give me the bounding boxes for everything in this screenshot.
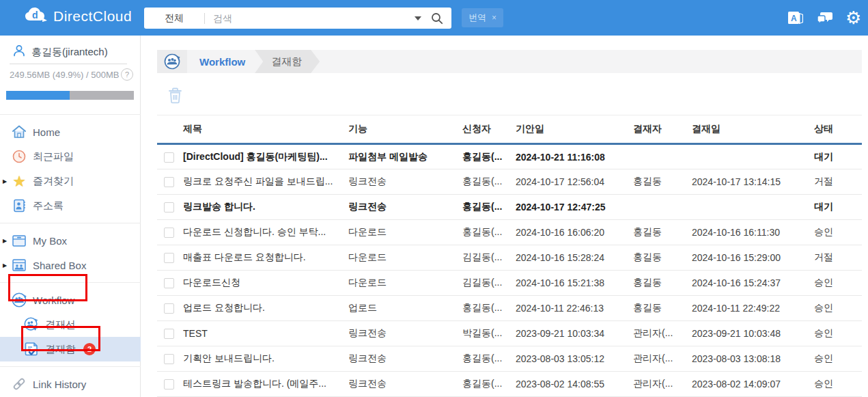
row-title[interactable]: [DirectCloud] 홍길동(마케팅팀)... bbox=[183, 144, 348, 169]
delete-button[interactable] bbox=[167, 86, 184, 107]
search-dropdown-caret-icon[interactable] bbox=[415, 16, 421, 20]
row-checkbox[interactable] bbox=[164, 354, 174, 364]
chat-icon[interactable] bbox=[817, 0, 834, 36]
table-row[interactable]: 기획안 보내드립니다. 링크전송 홍길동(... 2023-08-03 13:0… bbox=[157, 346, 862, 372]
expander-arrow-icon[interactable]: ▶ bbox=[3, 262, 7, 269]
divider bbox=[0, 223, 141, 223]
sidebar-item-link-history[interactable]: Link History bbox=[0, 372, 141, 396]
directcloud-logo[interactable]: d DirectCloud bbox=[25, 7, 132, 26]
row-title[interactable]: 다운로드 신청합니다. 승인 부탁... bbox=[183, 220, 348, 245]
row-draft-date: 2024-10-17 12:47:25 bbox=[516, 195, 633, 220]
sidebar-item-label: Link History bbox=[33, 379, 86, 390]
row-checkbox[interactable] bbox=[164, 152, 174, 163]
expander-arrow-icon[interactable]: ▶ bbox=[3, 178, 7, 184]
table-row[interactable]: 테스트링크 발송합니다. (메일주... 링크전송 홍길동(... 2023-0… bbox=[157, 372, 862, 397]
row-checkbox[interactable] bbox=[164, 253, 174, 263]
row-approval-date bbox=[692, 195, 785, 220]
row-approval-date: 2024-10-16 16:11:30 bbox=[692, 220, 785, 245]
translate-app-icon[interactable]: A bbox=[787, 0, 804, 36]
col-header-approval-date[interactable]: 결재일 bbox=[692, 115, 785, 144]
table-row[interactable]: 링크발송 합니다. 링크전송 홍길동(... 2024-10-17 12:47:… bbox=[157, 195, 862, 220]
box-icon bbox=[11, 232, 27, 249]
row-function: 링크전송 bbox=[348, 321, 462, 346]
row-function: 링크전송 bbox=[348, 195, 462, 220]
search-input[interactable] bbox=[205, 13, 415, 24]
home-icon bbox=[11, 124, 27, 140]
breadcrumb-root[interactable]: Workflow bbox=[199, 56, 245, 68]
row-checkbox[interactable] bbox=[164, 177, 174, 187]
row-title[interactable]: 링크로 요청주신 파일을 보내드립... bbox=[183, 169, 348, 195]
col-header-function[interactable]: 기능 bbox=[348, 115, 462, 144]
row-title[interactable]: 테스트링크 발송합니다. (메일주... bbox=[183, 372, 348, 397]
col-header-requester[interactable]: 신청자 bbox=[462, 115, 516, 144]
row-draft-date: 2023-09-21 10:03:34 bbox=[516, 321, 633, 346]
search-filter-tag[interactable]: 번역 × bbox=[462, 8, 503, 27]
divider bbox=[0, 114, 141, 115]
sidebar-item-favorites[interactable]: ▶ ★ 즐겨찾기 bbox=[0, 169, 141, 193]
row-approver: 홍길동 bbox=[633, 245, 692, 271]
row-title[interactable]: 링크발송 합니다. bbox=[183, 195, 348, 220]
row-approver: 관리자(... bbox=[633, 372, 692, 397]
table-row[interactable]: 다운로드 신청합니다. 승인 부탁... 다운로드 홍길동(... 2024-1… bbox=[157, 220, 862, 245]
row-approval-date bbox=[692, 144, 785, 169]
row-title[interactable]: 기획안 보내드립니다. bbox=[183, 346, 348, 372]
row-checkbox[interactable] bbox=[164, 329, 174, 339]
row-checkbox[interactable] bbox=[164, 202, 174, 213]
table-row[interactable]: 매출표 다운로드 요청합니다. 다운로드 김길동(... 2024-10-16 … bbox=[157, 245, 862, 271]
col-header-title[interactable]: 제목 bbox=[183, 115, 348, 144]
sidebar-item-my-box[interactable]: ▶ My Box bbox=[0, 228, 141, 253]
header-checkbox-spacer bbox=[157, 115, 183, 144]
col-header-approver[interactable]: 결재자 bbox=[633, 115, 692, 144]
table-row[interactable]: [DirectCloud] 홍길동(마케팅팀)... 파일첨부 메일발송 홍길동… bbox=[157, 144, 862, 169]
table-row[interactable]: 업로드 요청합니다. 업로드 홍길동(... 2024-10-11 22:46:… bbox=[157, 296, 862, 321]
row-checkbox[interactable] bbox=[164, 303, 174, 314]
breadcrumb-workflow-icon bbox=[157, 50, 187, 73]
table-row[interactable]: 링크로 요청주신 파일을 보내드립... 링크전송 홍길동(... 2024-1… bbox=[157, 169, 862, 195]
table-row[interactable]: 다운로드신청 다운로드 김길동(... 2024-10-16 15:21:38 … bbox=[157, 271, 862, 296]
row-approval-date: 2024-10-17 13:14:15 bbox=[692, 169, 785, 195]
storage-progress-bar bbox=[6, 91, 134, 100]
table-row[interactable]: TEST 링크전송 박길동(... 2023-09-21 10:03:34 관리… bbox=[157, 321, 862, 346]
row-checkbox-cell bbox=[157, 195, 183, 220]
search-icon[interactable] bbox=[431, 12, 443, 25]
row-status: 거절 bbox=[785, 169, 862, 195]
breadcrumb: Workflow 결재함 bbox=[157, 50, 862, 73]
storage-help-icon[interactable]: ? bbox=[121, 68, 133, 81]
row-function: 링크전송 bbox=[348, 372, 462, 397]
col-header-status[interactable]: 상태 bbox=[785, 115, 862, 144]
row-title[interactable]: 매출표 다운로드 요청합니다. bbox=[183, 245, 348, 271]
row-checkbox-cell bbox=[157, 372, 183, 397]
expander-arrow-icon[interactable]: ▶ bbox=[3, 238, 7, 244]
col-header-draft-date[interactable]: 기안일 bbox=[516, 115, 633, 144]
row-approval-date: 2023-09-21 10:03:48 bbox=[692, 321, 785, 346]
row-function: 다운로드 bbox=[348, 245, 462, 271]
sidebar-item-recent-files[interactable]: 최근파일 bbox=[0, 144, 141, 169]
user-profile[interactable]: 홍길동(jirantech) bbox=[12, 44, 108, 60]
search-category-select[interactable]: 전체 bbox=[144, 12, 204, 25]
row-requester: 홍길동(... bbox=[462, 169, 516, 195]
row-approver: 홍길동 bbox=[633, 169, 692, 195]
tag-close-icon[interactable]: × bbox=[492, 13, 496, 23]
row-title[interactable]: TEST bbox=[183, 321, 348, 346]
row-approver: 홍길동 bbox=[633, 271, 692, 296]
star-icon: ★ bbox=[11, 173, 27, 189]
row-checkbox[interactable] bbox=[164, 379, 174, 389]
row-draft-date: 2024-10-16 16:06:20 bbox=[516, 220, 633, 245]
row-title[interactable]: 업로드 요청합니다. bbox=[183, 296, 348, 321]
row-draft-date: 2024-10-16 15:21:38 bbox=[516, 271, 633, 296]
cloud-logo-icon: d bbox=[25, 7, 48, 26]
row-requester: 홍길동(... bbox=[462, 195, 516, 220]
row-checkbox[interactable] bbox=[164, 278, 174, 288]
storage-usage-text: 249.56MB (49.9%) / 500MB bbox=[10, 70, 135, 80]
gear-icon[interactable]: ⚙ bbox=[845, 0, 861, 36]
row-title[interactable]: 다운로드신청 bbox=[183, 271, 348, 296]
sidebar-item-contacts[interactable]: 주소록 bbox=[0, 193, 141, 218]
sidebar-item-label: My Box bbox=[33, 235, 67, 247]
sidebar-item-home[interactable]: Home bbox=[0, 120, 141, 144]
row-status: 대기 bbox=[785, 144, 862, 169]
row-approver: 관리자(... bbox=[633, 321, 692, 346]
row-checkbox[interactable] bbox=[164, 228, 174, 238]
clock-icon bbox=[11, 148, 27, 165]
row-draft-date: 2023-08-02 14:08:55 bbox=[516, 372, 633, 397]
row-status: 승인 bbox=[785, 346, 862, 372]
